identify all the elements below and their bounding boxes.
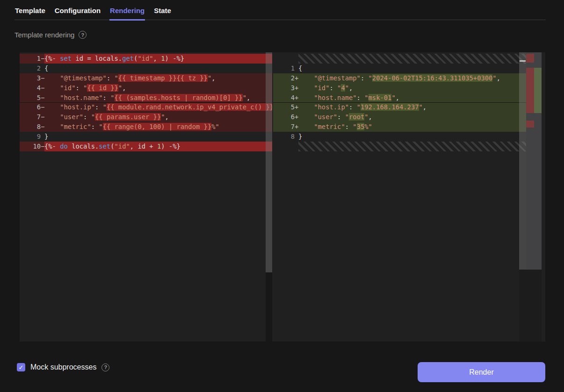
code-segment: " bbox=[345, 113, 349, 121]
checkmark-icon: ✓ bbox=[19, 364, 24, 371]
code-segment: " bbox=[208, 74, 211, 82]
diff-overview-ruler bbox=[526, 52, 542, 270]
code-segment: " bbox=[364, 113, 368, 121]
code-segment: { bbox=[44, 64, 48, 72]
code-segment: {{ range(0, 100) | random }} bbox=[103, 123, 212, 130]
help-icon[interactable]: ? bbox=[79, 31, 87, 39]
code-segment: "@timestamp" bbox=[60, 74, 107, 82]
removed-diff-marker bbox=[526, 121, 534, 128]
tab-state[interactable]: State bbox=[153, 6, 172, 21]
code-segment: " bbox=[353, 123, 356, 130]
code-segment: : bbox=[361, 74, 369, 82]
code-line: 2{ bbox=[20, 64, 272, 73]
code-segment bbox=[44, 84, 60, 92]
right-scrollbar-track[interactable] bbox=[519, 270, 542, 342]
code-text: "user": "root", bbox=[298, 112, 526, 122]
tab-template[interactable]: Template bbox=[14, 6, 46, 21]
mock-subprocesses-label: Mock subprocesses bbox=[30, 363, 96, 371]
code-line: 7− "user": "{{ params.user }}", bbox=[20, 112, 272, 122]
line-number: 2 bbox=[20, 64, 44, 73]
code-line: 6+ "user": "root", bbox=[273, 112, 526, 122]
tab-configuration[interactable]: Configuration bbox=[54, 6, 101, 21]
code-line: 7+ "metric": "35%" bbox=[273, 122, 526, 132]
line-number: 10− bbox=[20, 142, 44, 151]
code-segment: 35 bbox=[357, 123, 365, 130]
modified-editor-pane[interactable]: 1{2+ "@timestamp": "2024-06-02T15:16:43.… bbox=[273, 52, 526, 342]
code-segment: ( bbox=[110, 143, 114, 150]
code-segment: " bbox=[243, 94, 246, 101]
code-segment: "host.ip" bbox=[60, 103, 95, 111]
code-line: 8− "metric": "{{ range(0, 100) | random … bbox=[20, 122, 272, 132]
code-segment: , bbox=[369, 113, 372, 121]
code-segment: " bbox=[110, 94, 114, 101]
code-segment: , bbox=[246, 94, 250, 101]
code-text: "metric": "35%" bbox=[298, 122, 526, 132]
code-segment: : bbox=[107, 74, 115, 82]
original-editor-pane[interactable]: 1−{%- set id = locals.get("id", 1) -%}2{… bbox=[20, 52, 272, 342]
code-segment: : bbox=[95, 103, 103, 111]
code-segment bbox=[298, 94, 314, 101]
collapsed-region-hatch bbox=[298, 142, 526, 151]
code-line: 3− "@timestamp": "{{ timestamp }}{{ tz }… bbox=[20, 73, 272, 83]
help-icon[interactable]: ? bbox=[101, 363, 109, 371]
code-line: 9} bbox=[20, 132, 272, 142]
code-segment: "metric" bbox=[60, 123, 91, 130]
code-segment: " bbox=[103, 103, 107, 111]
code-text: "@timestamp": "2024-06-02T15:16:43.31103… bbox=[298, 73, 526, 83]
code-segment: "id" bbox=[314, 84, 329, 92]
code-line: 4+ "host.name": "msk-01", bbox=[273, 93, 526, 103]
code-segment bbox=[298, 123, 314, 130]
code-segment: set bbox=[99, 143, 110, 150]
code-segment: , bbox=[497, 74, 500, 82]
code-text: } bbox=[298, 132, 526, 142]
line-number: 7− bbox=[20, 112, 44, 122]
code-segment: " bbox=[91, 113, 95, 121]
tab-bar: Template Configuration Rendering State bbox=[14, 0, 546, 20]
code-segment: : bbox=[337, 113, 345, 121]
code-segment: ) -%} bbox=[165, 55, 185, 62]
removed-diff-marker bbox=[526, 68, 534, 113]
left-scrollbar-slider[interactable] bbox=[266, 52, 272, 272]
code-text: "host.ip": "{{ module.rand.network.ip_v4… bbox=[44, 102, 272, 112]
code-segment: %" bbox=[364, 123, 372, 130]
tab-rendering[interactable]: Rendering bbox=[109, 6, 145, 21]
code-segment: , bbox=[165, 113, 169, 121]
line-number: 7+ bbox=[273, 122, 298, 132]
added-diff-marker bbox=[534, 68, 542, 113]
code-line: 4− "id": "{{ id }}", bbox=[20, 83, 272, 93]
code-segment: locals. bbox=[68, 143, 99, 150]
line-number: 5− bbox=[20, 93, 44, 103]
collapsed-lines-row bbox=[273, 142, 526, 151]
line-number: 8− bbox=[20, 122, 44, 132]
code-segment bbox=[44, 74, 60, 82]
code-segment bbox=[298, 84, 314, 92]
code-line: 1−{%- set id = locals.get("id", 1) -%} bbox=[20, 54, 272, 64]
code-segment bbox=[298, 113, 314, 121]
line-number: 4− bbox=[20, 83, 44, 93]
code-segment: : bbox=[345, 123, 353, 130]
code-segment bbox=[44, 94, 60, 101]
code-segment: 2024-06-02T15:16:43.311035+0300 bbox=[372, 74, 493, 82]
code-segment: : bbox=[83, 113, 91, 121]
code-segment: { bbox=[298, 64, 302, 72]
code-text: } bbox=[44, 132, 272, 142]
code-text: { bbox=[298, 64, 526, 73]
line-number: 5+ bbox=[273, 102, 298, 112]
code-line: 1{ bbox=[273, 64, 526, 73]
code-segment: : bbox=[357, 94, 365, 101]
render-button[interactable]: Render bbox=[418, 362, 545, 382]
code-segment: 4 bbox=[341, 84, 345, 92]
code-segment: "user" bbox=[60, 113, 83, 121]
line-number: 3+ bbox=[273, 83, 298, 93]
code-line: 2+ "@timestamp": "2024-06-02T15:16:43.31… bbox=[273, 73, 526, 83]
left-scrollbar-track[interactable] bbox=[266, 272, 272, 342]
code-segment: : bbox=[329, 84, 337, 92]
right-scrollbar-slider[interactable] bbox=[519, 52, 526, 270]
code-text: "user": "{{ params.user }}", bbox=[44, 112, 272, 122]
code-text: "host.ip": "192.168.164.237", bbox=[298, 102, 526, 112]
code-segment: do bbox=[60, 143, 68, 150]
mock-subprocesses-checkbox[interactable]: ✓ bbox=[17, 363, 25, 371]
code-segment: " bbox=[391, 94, 395, 101]
code-text: {%- set id = locals.get("id", 1) -%} bbox=[44, 54, 272, 64]
code-segment: : bbox=[75, 84, 83, 92]
